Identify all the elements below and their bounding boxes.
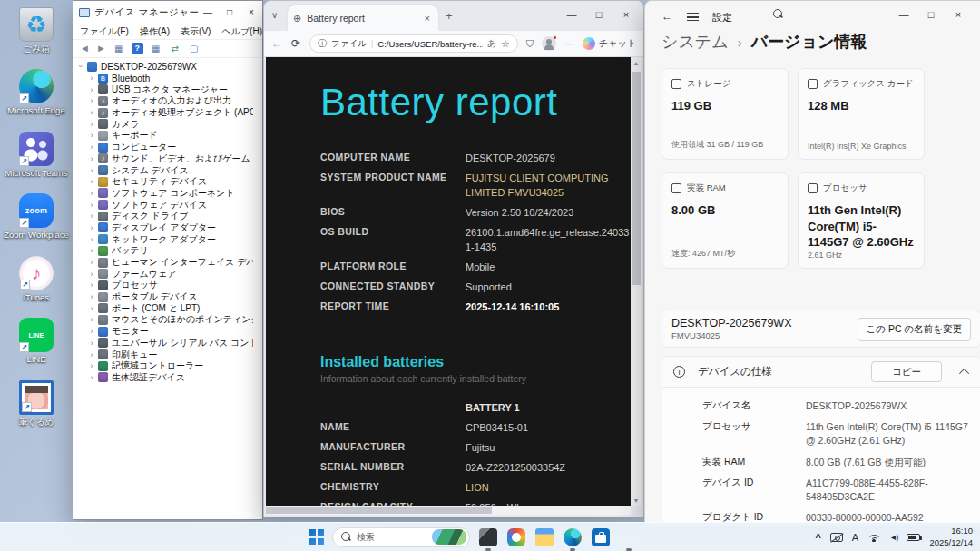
tab-search-icon[interactable]: ∨ [271,10,278,20]
chevron-collapsed-icon[interactable]: › [87,212,96,221]
device-tree-item[interactable]: › ディスプレイ アダプター [76,222,253,234]
device-tree-item[interactable]: › USB コネクタ マネージャー [76,84,253,95]
chevron-collapsed-icon[interactable]: › [87,189,96,198]
browser-tab[interactable]: ⊕ Battery report × [288,5,438,31]
device-tree-item[interactable]: › バッテリ [76,245,253,257]
device-tree-item[interactable]: › ポート (COM と LPT) [76,302,253,314]
scan-hardware-icon[interactable]: ⇄ [169,43,181,54]
new-tab-button[interactable]: + [446,9,453,23]
device-manager-titlebar[interactable]: デバイス マネージャー — □ × [74,1,262,25]
taskbar-app-icon[interactable] [619,527,639,547]
browser-tabstrip[interactable]: ∨ ⊕ Battery report × + — □ × [264,1,643,31]
device-tree-item[interactable]: › ネットワーク アダプター [76,233,253,245]
device-tree-item[interactable]: › ユニバーサル シリアル バス コントローラー [76,338,253,349]
ime-indicator[interactable]: A [852,532,858,543]
volume-icon[interactable]: ◄) [889,533,897,542]
scrollbar-thumb[interactable] [266,507,492,514]
device-tree-item[interactable]: › 生体認証デバイス [76,372,253,384]
taskbar-app-icon[interactable] [591,527,611,547]
chevron-collapsed-icon[interactable]: › [87,373,96,382]
chevron-collapsed-icon[interactable]: › [87,315,96,324]
maximize-button[interactable]: □ [585,3,612,26]
page-info-icon[interactable]: ⓘ [318,37,327,50]
chevron-collapsed-icon[interactable]: › [87,74,96,83]
desktop-icon[interactable]: ↗ Microsoft Teams [2,124,71,178]
back-icon[interactable]: ← [271,37,282,50]
address-bar[interactable]: ⓘ ファイル | C:/Users/USER/battery-re... あ ☆ [309,34,518,53]
chevron-collapsed-icon[interactable]: › [87,327,96,336]
device-tree-item[interactable]: › サウンド、ビデオ、およびゲーム コントローラー [76,153,253,165]
desktop-icon[interactable]: ↗ 筆ぐるめ [2,373,71,427]
menu-item[interactable]: 操作(A) [140,25,170,38]
profile-avatar[interactable] [542,36,556,51]
device-tree-item[interactable]: › キーボード [76,130,253,142]
device-tree-item[interactable]: › ソフトウェア コンポーネント [76,188,253,200]
device-tree-item[interactable]: › Bluetooth [76,73,253,84]
taskbar-clock[interactable]: 16:10 2025/12/14 [929,526,973,548]
chevron-collapsed-icon[interactable]: › [87,350,96,359]
chevron-collapsed-icon[interactable]: › [87,270,96,279]
maximize-button[interactable]: □ [219,1,240,23]
favorites-hub-icon[interactable]: ⛉ [526,38,534,50]
device-tree-item[interactable]: › オーディオの入力および出力 [76,95,253,107]
chevron-collapsed-icon[interactable]: › [87,258,96,267]
more-menu-icon[interactable]: ⋯ [564,38,574,50]
close-button[interactable]: × [240,1,262,23]
device-tree-item[interactable]: › セキュリティ デバイス [76,176,253,188]
device-tree-item[interactable]: › ソフトウェア デバイス [76,199,253,211]
chevron-collapsed-icon[interactable]: › [87,96,96,105]
close-button[interactable]: × [945,3,972,26]
search-icon[interactable] [773,9,783,19]
scrollbar-thumb[interactable] [632,72,641,285]
battery-icon[interactable] [906,534,920,541]
desktop-icon[interactable]: ↗ ごみ箱 [2,0,71,54]
chevron-collapsed-icon[interactable]: › [87,246,96,255]
chevron-collapsed-icon[interactable]: › [87,280,96,290]
back-icon[interactable]: ◄ [80,44,90,54]
desktop-icon[interactable]: ↗ iTunes [2,249,71,302]
camera-off-icon[interactable] [830,533,843,542]
horizontal-scrollbar[interactable] [266,506,631,515]
wifi-icon[interactable] [867,532,880,542]
help-icon[interactable]: ? [132,43,143,54]
chevron-collapsed-icon[interactable]: › [87,339,96,348]
desktop-icon[interactable]: ↗ LINE [2,310,71,364]
rename-pc-button[interactable]: この PC の名前を変更 [858,318,971,341]
device-tree-item[interactable]: › 記憶域コントローラー [76,360,253,372]
tab-close-icon[interactable]: × [422,13,433,24]
device-tree-item[interactable]: › カメラ [76,118,253,130]
hamburger-menu-icon[interactable] [687,13,699,21]
tray-chevron-up-icon[interactable]: ^ [815,532,820,543]
maximize-button[interactable]: □ [917,3,945,26]
device-tree-item[interactable]: › オーディオ処理オブジェクト (APO) [76,107,253,119]
taskbar-search[interactable]: 検索 [332,527,470,547]
taskbar-app-icon[interactable] [506,527,526,547]
chevron-collapsed-icon[interactable]: › [87,361,96,370]
chevron-collapsed-icon[interactable]: › [87,143,96,152]
chevron-collapsed-icon[interactable]: › [87,304,96,313]
copilot-chat-button[interactable]: チャット [583,37,636,50]
taskbar-app-icon[interactable] [534,527,554,547]
devices-icon[interactable]: ▢ [188,43,201,54]
search-highlight-image[interactable] [432,529,466,545]
properties-icon[interactable]: ▦ [113,43,125,54]
update-driver-icon[interactable]: ▦ [150,43,162,54]
taskbar-app-icon[interactable] [563,527,583,547]
desktop-icon[interactable]: ↗ Zoom Workplace [2,186,71,240]
scroll-down-icon[interactable]: ▼ [631,495,642,506]
chevron-collapsed-icon[interactable]: › [87,292,96,301]
device-spec-expander[interactable]: i デバイスの仕様 コピー [662,356,980,388]
device-tree-root[interactable]: › DESKTOP-2025679WX [76,61,253,73]
device-tree-item[interactable]: › 印刷キュー [76,349,253,360]
start-button[interactable] [309,529,324,545]
taskbar-app-icon[interactable] [478,527,498,547]
device-tree-item[interactable]: › モニター [76,326,253,338]
minimize-button[interactable]: — [197,1,219,23]
device-tree-item[interactable]: › システム デバイス [76,164,253,176]
close-button[interactable]: × [612,3,640,26]
minimize-button[interactable]: — [558,3,585,26]
device-tree-item[interactable]: › ファームウェア [76,268,253,280]
menu-item[interactable]: ファイル(F) [80,25,129,38]
favorite-star-icon[interactable]: ☆ [501,38,510,50]
chevron-collapsed-icon[interactable]: › [87,235,96,244]
